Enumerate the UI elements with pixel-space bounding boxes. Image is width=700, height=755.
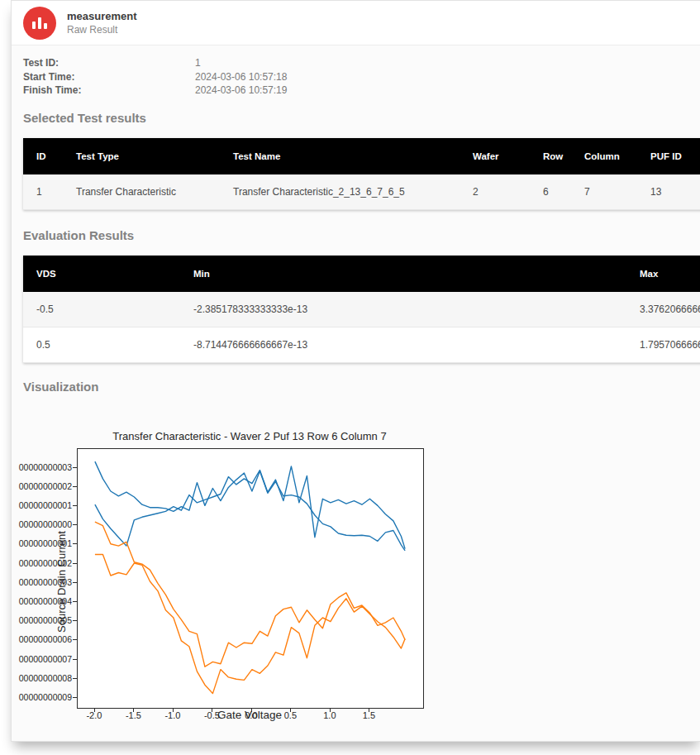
evaluation-results-table-wrap: VDSMinMax-0.5-2.385178333333333e-133.376…	[23, 256, 700, 363]
y-tick-mark	[73, 486, 77, 487]
chart-line-orange-1	[95, 522, 405, 667]
info-row: Finish Time:2024-03-06 10:57:19	[23, 84, 700, 98]
y-tick-label: 00000000002	[11, 481, 72, 491]
column-header: Wafer	[460, 138, 530, 174]
y-tick-mark	[73, 582, 77, 583]
table-cell: 6	[530, 174, 571, 210]
app-title: measurement	[67, 10, 137, 22]
y-tick-label: 00000000008	[11, 673, 72, 683]
info-label: Test ID:	[23, 56, 195, 70]
chart-line-blue-1	[95, 461, 405, 551]
column-header: Test Type	[63, 138, 220, 174]
chart-title: Transfer Characteristic - Waver 2 Puf 13…	[77, 430, 422, 442]
y-tick-mark	[73, 678, 77, 679]
column-header: Min	[180, 256, 626, 292]
app-header: measurement Raw Result	[12, 1, 700, 45]
table-cell: 1	[23, 174, 63, 210]
y-tick-label: 00000000009	[11, 692, 72, 702]
chart-lines	[78, 449, 423, 708]
chart-plot-area	[77, 448, 424, 709]
column-header: Row	[530, 138, 571, 174]
y-tick-mark	[73, 467, 77, 468]
column-header: Max	[626, 256, 700, 292]
table-cell: 1.795706666666666e-13	[626, 327, 700, 362]
table-cell: Transfer Characteristic	[63, 174, 220, 210]
info-value: 1	[195, 56, 201, 70]
table-cell: 3.376206666666666e-13	[626, 292, 700, 327]
y-tick-mark	[73, 543, 77, 544]
chart-line-orange-2	[95, 554, 405, 693]
app-logo	[23, 7, 56, 40]
report-card: measurement Raw Result Test ID:1Start Ti…	[11, 0, 700, 742]
table-row: -0.5-2.385178333333333e-133.376206666666…	[23, 292, 700, 327]
table-cell: -8.714476666666667e-13	[180, 327, 626, 362]
column-header: Column	[571, 138, 637, 174]
column-header: Test Name	[220, 138, 460, 174]
test-info: Test ID:1Start Time:2024-03-06 10:57:18F…	[23, 56, 700, 98]
table-cell: 7	[571, 174, 637, 210]
chart-line-blue-2	[95, 466, 405, 548]
table-cell: -0.5	[23, 292, 180, 327]
y-tick-mark	[73, 524, 77, 525]
y-tick-mark	[73, 563, 77, 564]
x-tick-mark	[133, 708, 134, 712]
table-cell: 13	[637, 174, 700, 210]
y-tick-mark	[73, 601, 77, 602]
y-tick-mark	[73, 697, 77, 698]
info-row: Start Time:2024-03-06 10:57:18	[23, 70, 700, 84]
section-title-selected-results: Selected Test results	[23, 111, 700, 125]
y-axis-title: Source Drain Current	[55, 490, 68, 672]
table-cell: -2.385178333333333e-13	[180, 292, 626, 327]
column-header: ID	[23, 138, 63, 174]
info-row: Test ID:1	[23, 56, 700, 70]
info-value: 2024-03-06 10:57:18	[195, 70, 287, 84]
y-tick-mark	[73, 659, 77, 660]
y-tick-mark	[73, 620, 77, 621]
x-tick-mark	[369, 708, 369, 712]
section-title-visualization: Visualization	[23, 380, 700, 394]
selected-results-table: IDTest TypeTest NameWaferRowColumnPUF ID…	[23, 138, 700, 210]
table-cell: 2	[460, 174, 530, 210]
info-label: Start Time:	[23, 70, 195, 84]
x-tick-mark	[94, 708, 95, 712]
app-subtitle: Raw Result	[67, 24, 137, 36]
table-row: 0.5-8.714476666666667e-131.7957066666666…	[23, 327, 700, 362]
column-header: VDS	[23, 256, 180, 292]
x-axis-title: Gate Voltage	[159, 709, 340, 721]
bar-chart-icon	[23, 7, 56, 40]
section-title-evaluation-results: Evaluation Results	[23, 228, 700, 242]
info-label: Finish Time:	[23, 84, 195, 98]
y-tick-mark	[73, 639, 77, 640]
info-value: 2024-03-06 10:57:19	[195, 84, 287, 98]
chart-figure: Transfer Characteristic - Waver 2 Puf 13…	[77, 430, 457, 728]
table-row[interactable]: 1Transfer CharacteristicTransfer Charact…	[23, 174, 700, 210]
y-tick-mark	[73, 505, 77, 506]
table-cell: Transfer Characteristic_2_13_6_7_6_5	[220, 174, 460, 210]
y-tick-label: 00000000003	[11, 462, 72, 472]
column-header: PUF ID	[637, 138, 700, 174]
selected-results-table-wrap: IDTest TypeTest NameWaferRowColumnPUF ID…	[23, 138, 700, 210]
evaluation-results-table: VDSMinMax-0.5-2.385178333333333e-133.376…	[23, 256, 700, 363]
table-cell: 0.5	[23, 327, 180, 362]
